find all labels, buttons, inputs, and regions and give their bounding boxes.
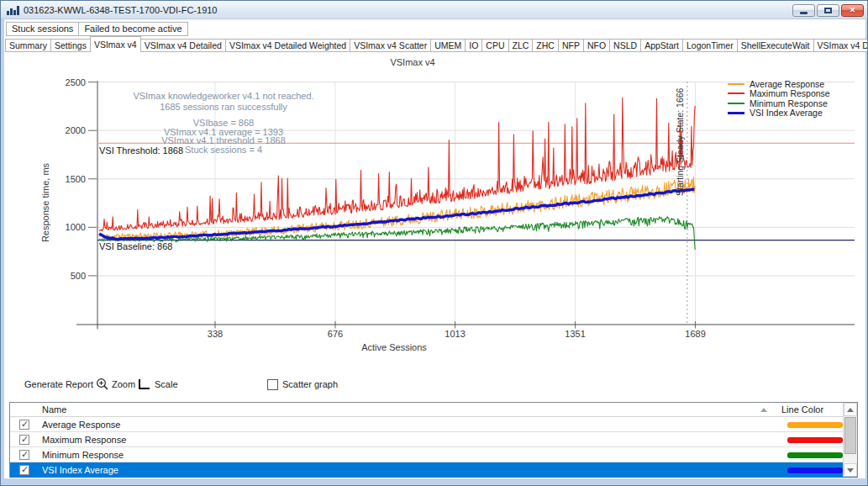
titlebar: 031623-KWWL-6348-TEST-1700-VDI-FC-1910 ✕: [1, 1, 867, 19]
y-tick-label: 1000: [66, 222, 86, 232]
line-color-swatch: [787, 452, 843, 458]
bar-chart-icon: [7, 4, 19, 15]
line-color-swatch: [787, 422, 843, 428]
close-icon: ✕: [850, 7, 856, 14]
row-name: Average Response: [42, 420, 120, 430]
column-header-name[interactable]: Name: [42, 404, 66, 415]
maximize-icon: [824, 8, 832, 13]
zoom-button-label[interactable]: Zoom: [112, 379, 135, 389]
scroll-up-button[interactable]: [844, 403, 857, 416]
y-axis-label: Response time, ms: [40, 162, 50, 242]
legend-swatch: [728, 103, 744, 104]
zoom-icon[interactable]: [96, 378, 109, 392]
legend-item-average-response: Average Response: [728, 79, 830, 89]
maximize-button[interactable]: [817, 4, 839, 17]
table-scrollbar[interactable]: [843, 403, 857, 477]
x-tick-label: 1013: [445, 329, 465, 339]
table-row-average-response[interactable]: Average Response: [10, 417, 857, 432]
generate-report-button[interactable]: Generate Report: [24, 379, 93, 389]
y-tick-label: 2500: [66, 77, 86, 87]
y-tick-label: 2000: [66, 125, 86, 135]
minimize-icon: [800, 12, 808, 14]
chart-controls: Generate Report Zoom Scale Scatter graph: [1, 377, 862, 394]
threshold-label: VSI Threshold: 1868: [99, 145, 183, 156]
scale-icon[interactable]: [139, 379, 150, 389]
series-table: Name Line Color Average ResponseMaximum …: [9, 402, 858, 478]
tab-stuck-sessions[interactable]: Stuck sessions: [6, 22, 79, 36]
y-tick-label: 500: [71, 271, 86, 281]
tab-vsimax-v4[interactable]: VSImax v4: [90, 36, 141, 52]
annotation-line: 1685 sessions ran successfully: [160, 102, 287, 112]
chart-title: VSImax v4: [390, 57, 434, 67]
line-color-swatch: [787, 468, 843, 473]
legend-label: Average Response: [750, 79, 824, 89]
table-row-vsi-index-average[interactable]: VSI Index Average: [10, 462, 857, 478]
table-header: Name Line Color: [10, 403, 857, 417]
series-line-maximum-response: [99, 98, 695, 230]
legend-item-vsi-index-average: VSI Index Average: [728, 108, 830, 119]
table-row-maximum-response[interactable]: Maximum Response: [10, 432, 857, 447]
row-name: Maximum Response: [42, 435, 126, 445]
row-name: Minimum Response: [42, 450, 124, 460]
arrow-up-icon: [847, 408, 854, 412]
legend-swatch: [728, 92, 744, 94]
sort-ascending-icon[interactable]: [760, 408, 767, 412]
legend-item-maximum-response: Maximum Response: [728, 89, 830, 99]
series-line-average-response: [99, 177, 695, 240]
app-window: 031623-KWWL-6348-TEST-1700-VDI-FC-1910 ✕…: [0, 0, 868, 486]
tab-failed-to-become-active[interactable]: Failed to become active: [78, 22, 187, 36]
close-button[interactable]: ✕: [841, 4, 864, 17]
chart-legend: Average ResponseMaximum ResponseMinimum …: [728, 79, 830, 118]
baseline-label: VSI Baseline: 868: [99, 241, 172, 251]
annotation-line: Stuck sessions = 4: [185, 145, 262, 155]
legend-item-minimum-response: Minimum Response: [728, 98, 830, 108]
scale-button-label[interactable]: Scale: [155, 379, 178, 389]
legend-label: Maximum Response: [750, 88, 830, 98]
row-checkbox[interactable]: [19, 450, 29, 460]
row-checkbox[interactable]: [19, 465, 29, 475]
arrow-down-icon: [847, 468, 854, 473]
table-row-minimum-response[interactable]: Minimum Response: [10, 447, 857, 462]
steady-state-label: Starting Steady State: 1666: [675, 87, 685, 196]
x-tick-label: 338: [208, 329, 223, 339]
annotation-line: VSImax knowledgeworker v4.1 not reached.: [133, 91, 313, 101]
legend-swatch: [728, 83, 744, 85]
scroll-thumb[interactable]: [844, 417, 856, 454]
x-axis-label: Active Sessions: [361, 342, 427, 352]
row-checkbox[interactable]: [19, 420, 29, 430]
minimize-button[interactable]: [792, 4, 815, 17]
x-tick-label: 1689: [685, 329, 705, 339]
column-header-line-color[interactable]: Line Color: [781, 404, 823, 415]
scroll-down-button[interactable]: [844, 463, 857, 477]
scatter-graph-checkbox[interactable]: [267, 379, 278, 390]
window-title: 031623-KWWL-6348-TEST-1700-VDI-FC-1910: [24, 5, 217, 15]
window-controls: ✕: [792, 4, 864, 17]
row-name: VSI Index Average: [42, 465, 118, 475]
row-checkbox[interactable]: [19, 435, 29, 445]
line-color-swatch: [787, 437, 843, 443]
legend-label: Minimum Response: [750, 98, 828, 108]
scatter-graph-label[interactable]: Scatter graph: [282, 379, 338, 389]
legend-label: VSI Index Average: [750, 108, 823, 118]
upper-tab-strip: Stuck sessionsFailed to become active: [6, 22, 188, 36]
x-tick-label: 1351: [565, 329, 585, 339]
x-tick-label: 676: [328, 329, 343, 339]
y-tick-label: 1500: [66, 174, 86, 184]
legend-swatch: [728, 112, 744, 114]
